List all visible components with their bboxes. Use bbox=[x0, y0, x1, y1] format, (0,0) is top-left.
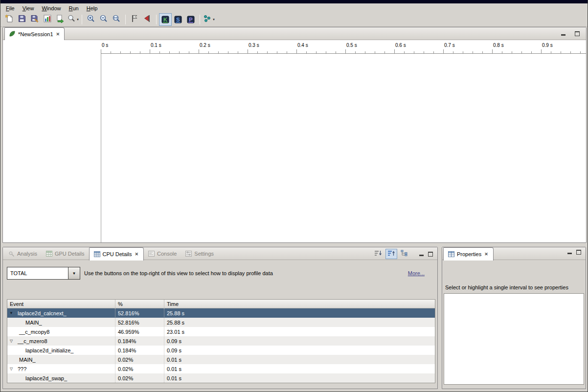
gpu-details-tab-icon bbox=[46, 251, 52, 257]
details-panel: Analysis GPU Details CPU Details ✕ Conso… bbox=[2, 247, 438, 389]
event-time: 0.09 s bbox=[164, 348, 435, 353]
prev-marker-button[interactable] bbox=[141, 13, 154, 26]
more-link[interactable]: More... bbox=[408, 270, 425, 276]
column-header-event[interactable]: Event bbox=[7, 300, 115, 308]
tab-properties[interactable]: Properties ✕ bbox=[443, 247, 494, 261]
menu-view[interactable]: View bbox=[19, 4, 38, 12]
event-percent: 0.184% bbox=[115, 338, 164, 344]
svg-text:P: P bbox=[189, 17, 192, 22]
event-cell: laplace2d_initialize_ bbox=[7, 346, 115, 355]
tab-new-session[interactable]: *NewSession1 ✕ bbox=[4, 27, 65, 40]
tab-cpu-details[interactable]: CPU Details ✕ bbox=[89, 247, 144, 261]
new-session-button[interactable] bbox=[3, 13, 16, 26]
table-row[interactable]: ▼ laplace2d_calcnext_ 52.816% 25.88 s bbox=[7, 308, 435, 318]
table-row[interactable]: laplace2d_swap_ 0.02% 0.01 s bbox=[7, 373, 435, 383]
event-percent: 52.816% bbox=[115, 310, 164, 316]
ruler-major-ticks bbox=[101, 49, 586, 53]
tab-label: *NewSession1 bbox=[18, 31, 53, 37]
sort-by-value-button[interactable] bbox=[385, 249, 397, 259]
menu-file[interactable]: File bbox=[2, 4, 19, 12]
tab-analysis[interactable]: Analysis bbox=[4, 247, 42, 260]
event-name: laplace2d_swap_ bbox=[25, 375, 67, 381]
analysis-tab-icon bbox=[8, 251, 15, 257]
tree-view-button[interactable] bbox=[399, 249, 410, 259]
export-button[interactable] bbox=[54, 13, 67, 26]
table-row[interactable]: MAIN_ 0.02% 0.01 s bbox=[7, 355, 435, 364]
event-time: 0.01 s bbox=[164, 375, 435, 381]
ruler-tick-label: 0.6 s bbox=[395, 43, 406, 48]
cpu-details-tab-icon bbox=[94, 251, 100, 257]
display-mode-combo[interactable]: TOTAL ▼ bbox=[7, 267, 80, 280]
tab-settings[interactable]: Settings bbox=[181, 247, 218, 260]
minimize-icon bbox=[419, 255, 424, 256]
tab-label: Properties bbox=[457, 251, 481, 257]
maximize-button[interactable] bbox=[427, 251, 434, 257]
toolbar-separator bbox=[200, 15, 200, 24]
maximize-icon bbox=[575, 31, 580, 36]
combo-dropdown-button[interactable]: ▼ bbox=[68, 267, 80, 280]
zoom-fit-button[interactable] bbox=[110, 13, 123, 26]
event-percent: 0.184% bbox=[115, 348, 164, 353]
timeline-canvas[interactable] bbox=[101, 54, 586, 242]
close-icon[interactable]: ✕ bbox=[56, 32, 61, 37]
settings-tab-icon bbox=[185, 251, 192, 257]
combo-value[interactable]: TOTAL bbox=[7, 267, 68, 280]
tab-label: GPU Details bbox=[55, 251, 85, 257]
timeline-row-labels-pane bbox=[3, 40, 101, 242]
menu-run[interactable]: Run bbox=[65, 4, 83, 12]
table-body: ▼ laplace2d_calcnext_ 52.816% 25.88 s MA… bbox=[7, 308, 435, 383]
tab-label: Console bbox=[157, 251, 177, 257]
minimize-icon bbox=[567, 253, 572, 254]
next-marker-button[interactable] bbox=[128, 13, 141, 26]
event-name: laplace2d_initialize_ bbox=[25, 348, 73, 353]
minimize-button[interactable] bbox=[417, 251, 425, 257]
profiler-window: File View Window Run Help ▾ bbox=[0, 0, 588, 392]
expander-icon[interactable]: ▽ bbox=[9, 336, 14, 346]
table-row[interactable]: MAIN_ 52.816% 25.88 s bbox=[7, 318, 435, 327]
kernel-toggle-button[interactable]: K bbox=[159, 13, 172, 26]
menu-help[interactable]: Help bbox=[83, 4, 102, 12]
process-toggle-button[interactable]: P bbox=[184, 13, 197, 26]
editor-content: 0 s 0.1 s 0.2 s 0.3 s 0.4 s 0.5 s 0.6 s … bbox=[3, 40, 586, 242]
expander-icon[interactable]: ▽ bbox=[9, 364, 14, 373]
chart-button[interactable] bbox=[41, 13, 54, 26]
analysis-dropdown-button[interactable]: ▾ bbox=[203, 13, 215, 26]
search-button[interactable]: ▾ bbox=[67, 13, 79, 26]
maximize-button[interactable] bbox=[575, 249, 583, 255]
chevron-down-icon: ▾ bbox=[77, 18, 79, 22]
table-row[interactable]: laplace2d_initialize_ 0.184% 0.09 s bbox=[7, 346, 435, 355]
menu-window[interactable]: Window bbox=[38, 4, 65, 12]
save-as-button[interactable] bbox=[28, 13, 41, 26]
timeline-ruler[interactable]: 0 s 0.1 s 0.2 s 0.3 s 0.4 s 0.5 s 0.6 s … bbox=[101, 42, 586, 54]
maximize-button[interactable] bbox=[573, 30, 581, 37]
event-time: 25.88 s bbox=[164, 320, 435, 326]
save-icon bbox=[18, 14, 26, 24]
zoom-out-button[interactable] bbox=[97, 13, 110, 26]
table-row[interactable]: ▽ ??? 0.02% 0.01 s bbox=[7, 364, 435, 373]
kernel-icon: K bbox=[161, 16, 169, 23]
expander-icon[interactable]: ▼ bbox=[9, 308, 14, 318]
tab-console[interactable]: Console bbox=[144, 247, 181, 260]
close-icon[interactable]: ✕ bbox=[134, 252, 139, 257]
ruler-tick-label: 0.5 s bbox=[346, 43, 357, 48]
stream-toggle-button[interactable]: S bbox=[172, 13, 184, 26]
analysis-icon bbox=[203, 14, 212, 24]
minimize-button[interactable] bbox=[559, 30, 567, 37]
column-header-percent[interactable]: % bbox=[115, 300, 164, 308]
tab-gpu-details[interactable]: GPU Details bbox=[42, 247, 89, 260]
minimize-button[interactable] bbox=[565, 249, 573, 255]
column-header-time[interactable]: Time bbox=[164, 300, 435, 308]
window-titlebar[interactable] bbox=[0, 0, 588, 3]
table-row[interactable]: ▽ __c_mzero8 0.184% 0.09 s bbox=[7, 336, 435, 346]
event-percent: 0.02% bbox=[115, 375, 164, 381]
cpu-details-content: TOTAL ▼ Use the buttons on the top-right… bbox=[3, 260, 437, 389]
properties-content: Select or highlight a single interval to… bbox=[442, 260, 586, 389]
maximize-icon bbox=[576, 250, 581, 255]
zoom-in-button[interactable] bbox=[85, 13, 97, 26]
ruler-tick-label: 0 s bbox=[102, 43, 108, 48]
sort-order-button[interactable] bbox=[372, 249, 384, 259]
close-icon[interactable]: ✕ bbox=[484, 252, 489, 257]
toolbar-separator bbox=[156, 15, 157, 24]
save-button[interactable] bbox=[16, 13, 28, 26]
table-row[interactable]: __c_mcopy8 46.959% 23.01 s bbox=[7, 327, 435, 336]
